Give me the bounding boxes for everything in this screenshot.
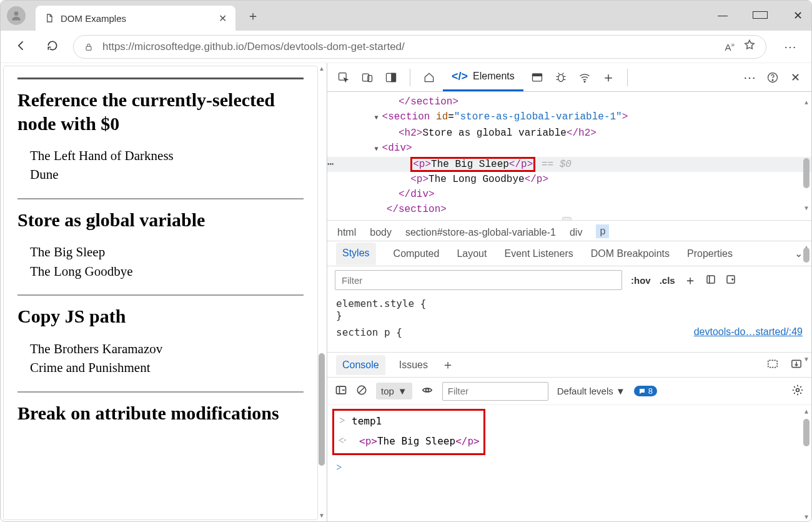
- section-heading: Break on attribute modifications: [17, 401, 304, 425]
- device-toolbar-icon[interactable]: [357, 68, 377, 88]
- read-aloud-icon[interactable]: A»: [725, 41, 735, 53]
- console-prompt-icon[interactable]: >: [335, 462, 344, 473]
- bug-icon[interactable]: [551, 68, 571, 88]
- cls-toggle[interactable]: .cls: [660, 275, 675, 286]
- window-controls: — ✕: [715, 1, 805, 31]
- code-icon: </>: [452, 70, 468, 83]
- browser-tab[interactable]: DOM Examples ✕: [36, 6, 235, 31]
- dom-breadcrumbs[interactable]: html body section#store-as-global-variab…: [327, 220, 811, 241]
- refresh-button[interactable]: [42, 39, 63, 54]
- console-tag-close: </p>: [455, 435, 480, 447]
- crumb[interactable]: html: [337, 227, 356, 238]
- hov-toggle[interactable]: :hov: [631, 275, 651, 286]
- devtools-menu-icon[interactable]: ⋯: [740, 68, 760, 88]
- svg-point-0: [14, 11, 19, 16]
- browser-menu-button[interactable]: ⋯: [776, 39, 801, 54]
- dom-line[interactable]: </section>: [327, 94, 811, 109]
- devtools-toolbar: </> Elements ＋ ⋯ ✕: [327, 63, 811, 92]
- lock-icon: [84, 42, 94, 52]
- inspect-element-icon[interactable]: [334, 68, 354, 88]
- svg-point-10: [584, 81, 585, 82]
- page-scrollbar[interactable]: ▲ ▼: [318, 66, 325, 520]
- close-window-button[interactable]: ✕: [790, 9, 805, 23]
- dom-line[interactable]: <div>: [327, 141, 811, 157]
- subtab-event-listeners[interactable]: Event Listeners: [504, 248, 573, 259]
- context-label: top: [381, 386, 394, 396]
- dom-line[interactable]: <p>The Big Sleep</p> == $0: [327, 157, 811, 172]
- crumb[interactable]: div: [570, 227, 582, 238]
- styles-body[interactable]: element.style { } devtools-do…started/:4…: [327, 294, 811, 353]
- drawer-tabs: Console Issues ＋: [327, 353, 811, 378]
- svg-point-9: [558, 74, 563, 82]
- source-link[interactable]: devtools-do…started/:49: [694, 326, 803, 338]
- console-tag-open: <p>: [359, 435, 377, 447]
- subtab-properties[interactable]: Properties: [687, 248, 733, 259]
- svg-point-12: [772, 79, 773, 81]
- devtools-panel: </> Elements ＋ ⋯ ✕: [327, 63, 811, 522]
- maximize-button[interactable]: [753, 10, 768, 21]
- tab-title: DOM Examples: [61, 13, 212, 24]
- page-content: Reference the currently-selected node wi…: [4, 66, 317, 447]
- sources-tab-icon[interactable]: [527, 68, 547, 88]
- list-item: The Brothers Karamazov: [30, 339, 304, 358]
- log-levels-selector[interactable]: Default levels ▼: [557, 386, 625, 396]
- live-expression-icon[interactable]: [421, 385, 433, 397]
- more-subtabs-icon[interactable]: ⌄: [795, 248, 803, 259]
- dom-line[interactable]: <p>The Long Goodbye</p>: [327, 172, 811, 187]
- list-item: The Big Sleep: [30, 243, 304, 261]
- tab-elements[interactable]: </> Elements: [443, 63, 523, 91]
- subtab-styles[interactable]: Styles: [336, 243, 376, 265]
- page-icon: [44, 13, 54, 23]
- computed-styles-icon[interactable]: [705, 274, 716, 287]
- message-count-badge[interactable]: 8: [634, 386, 657, 396]
- subtab-computed[interactable]: Computed: [394, 248, 440, 259]
- network-conditions-icon[interactable]: [575, 68, 595, 88]
- close-tab-icon[interactable]: ✕: [219, 13, 227, 24]
- dom-line[interactable]: <h2>Store as global variable</h2>: [327, 126, 811, 141]
- dom-tree-scrollbar[interactable]: ▲▼: [803, 96, 810, 216]
- styles-filter-row: :hov .cls ＋ ▲ ▼: [327, 266, 811, 294]
- console-filter-input[interactable]: [442, 382, 548, 401]
- help-icon[interactable]: [763, 68, 783, 88]
- drawer-tab-issues[interactable]: Issues: [399, 359, 428, 371]
- console-input-marker: >: [338, 415, 347, 426]
- more-tabs-icon[interactable]: ＋: [598, 68, 618, 88]
- section-heading: Copy JS path: [17, 304, 304, 328]
- address-bar[interactable]: https://microsoftedge.github.io/Demos/de…: [73, 35, 766, 59]
- collapse-drawer-icon[interactable]: [790, 359, 803, 371]
- console-toolbar: top ▼ Default levels ▼ 8: [327, 378, 811, 405]
- close-devtools-icon[interactable]: ✕: [785, 68, 805, 88]
- new-style-rule-icon[interactable]: ＋: [684, 272, 696, 289]
- context-selector[interactable]: top ▼: [376, 383, 412, 399]
- toggle-sidebar-icon[interactable]: [725, 274, 736, 287]
- toggle-console-sidebar-icon[interactable]: [335, 384, 347, 398]
- profile-icon[interactable]: [7, 6, 26, 25]
- subtab-layout[interactable]: Layout: [457, 248, 487, 259]
- console-scrollbar[interactable]: ▲ ▼: [803, 408, 810, 520]
- crumb[interactable]: body: [370, 227, 392, 238]
- minimize-button[interactable]: —: [715, 10, 730, 21]
- drawer-add-tab-icon[interactable]: ＋: [442, 356, 454, 373]
- crumb[interactable]: section#store-as-global-variable-1: [405, 227, 556, 238]
- crumb-selected[interactable]: p: [596, 224, 609, 238]
- console-body[interactable]: > temp1 <· <p>The Big Sleep</p> > ▲ ▼: [327, 405, 811, 522]
- console-output-marker: <·: [338, 435, 347, 446]
- clear-console-icon[interactable]: [356, 384, 367, 398]
- subtab-dom-breakpoints[interactable]: DOM Breakpoints: [591, 248, 670, 259]
- console-settings-icon[interactable]: [791, 384, 804, 398]
- new-tab-button[interactable]: ＋: [247, 8, 259, 24]
- expand-drawer-icon[interactable]: [766, 359, 779, 371]
- dom-tree[interactable]: </section> <section id="store-as-global-…: [327, 92, 811, 220]
- dom-line[interactable]: <section id="store-as-global-variable-1"…: [327, 109, 811, 126]
- dock-side-icon[interactable]: [381, 68, 401, 88]
- drawer-tab-console[interactable]: Console: [336, 355, 385, 375]
- dom-line[interactable]: </section>: [327, 202, 811, 217]
- welcome-tab-icon[interactable]: [419, 68, 439, 88]
- dom-line[interactable]: <section id="copy-js-path-1"> ⋯ </sectio…: [327, 217, 811, 220]
- styles-filter-input[interactable]: [335, 270, 622, 290]
- window-titlebar: DOM Examples ✕ ＋ — ✕: [1, 1, 811, 31]
- favorite-icon[interactable]: [743, 39, 756, 54]
- svg-rect-13: [707, 276, 715, 283]
- dom-line[interactable]: </div>: [327, 187, 811, 202]
- back-button[interactable]: [11, 39, 32, 54]
